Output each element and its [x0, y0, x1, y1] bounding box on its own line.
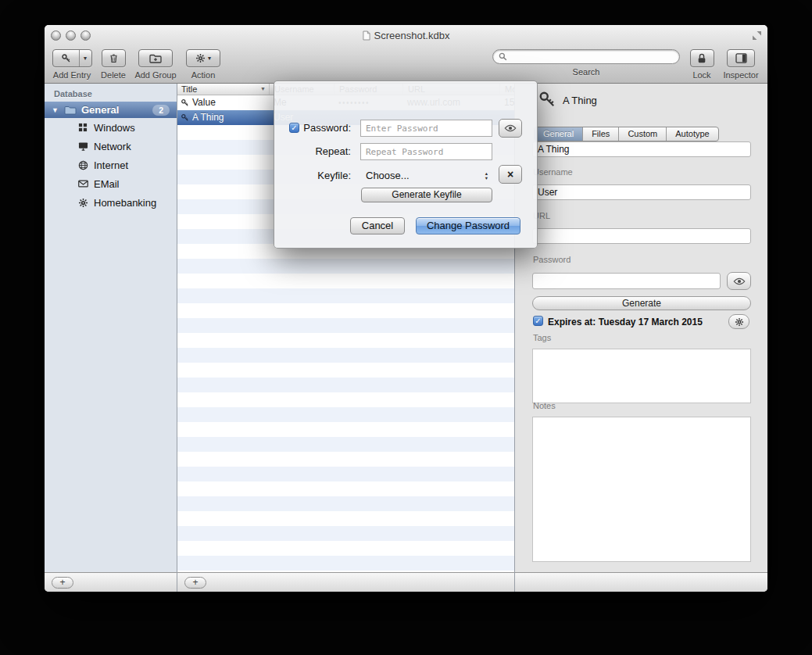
sidebar-divider[interactable] [177, 84, 177, 592]
column-header-title[interactable]: Title ▼ [177, 84, 270, 95]
sidebar-item-homebanking-label: Homebanking [94, 197, 156, 209]
inspector-toggle-button[interactable] [727, 49, 755, 67]
lock-button[interactable] [690, 49, 714, 67]
password-field[interactable] [532, 273, 721, 289]
cell-title: A Thing [177, 110, 270, 125]
username-field[interactable] [532, 184, 751, 200]
sidebar-item-email[interactable]: EMail [45, 174, 177, 193]
generate-keyfile-button[interactable]: Generate Keyfile [361, 188, 492, 202]
tab-custom[interactable]: Custom [619, 127, 667, 141]
eye-icon [733, 277, 746, 285]
disclosure-triangle-icon[interactable]: ▼ [52, 106, 59, 114]
add-entry-label: Add Entry [52, 70, 92, 80]
key-plus-icon [53, 50, 80, 66]
search-icon [499, 52, 507, 61]
dialog-password-input[interactable] [360, 120, 492, 137]
toolbar-item-inspector: Inspector [721, 49, 760, 80]
tags-label: Tags [533, 333, 551, 342]
sidebar-item-network[interactable]: Network [45, 137, 177, 156]
sidebar-section-header: Database [45, 84, 177, 102]
generate-password-button[interactable]: Generate [532, 296, 751, 310]
gear-icon [735, 317, 744, 327]
url-field[interactable] [532, 228, 751, 244]
dialog-password-label: Password: [298, 122, 351, 134]
folder-plus-icon [149, 54, 162, 63]
eye-icon [504, 124, 517, 132]
notes-label: Notes [533, 401, 556, 410]
network-icon [77, 141, 89, 151]
entry-count-badge: 2 [152, 105, 170, 116]
toolbar-item-delete: Delete [100, 49, 127, 80]
window-title-group: Screenshot.kdbx [45, 25, 767, 45]
column-header-title-label: Title [181, 84, 197, 94]
toolbar-item-add-group: Add Group [134, 49, 177, 80]
action-button[interactable]: ▾ [186, 49, 220, 67]
trash-icon [109, 53, 119, 63]
tags-input[interactable] [532, 349, 751, 403]
delete-label: Delete [100, 70, 127, 80]
delete-button[interactable] [102, 49, 126, 67]
title-bar: Screenshot.kdbx [45, 25, 767, 45]
add-group-button[interactable] [138, 49, 173, 67]
action-dropdown-icon: ▾ [208, 55, 211, 62]
inspector-label: Inspector [721, 70, 760, 80]
window-chrome: Screenshot.kdbx ▾ Add Entry Delete [45, 25, 767, 84]
password-field-label: Password [533, 255, 571, 264]
change-password-dialog: ✓ Password: Repeat: Keyfile: Choose... ▴… [274, 81, 538, 249]
change-password-button[interactable]: Change Password [416, 217, 520, 234]
fullscreen-icon[interactable] [752, 30, 762, 41]
search-label: Search [492, 67, 680, 77]
expires-checkbox[interactable]: ✓ [533, 316, 543, 326]
add-group-plus-button[interactable]: + [52, 577, 73, 589]
sidebar-item-windows-label: Windows [94, 122, 135, 134]
dialog-repeat-input[interactable] [360, 143, 492, 160]
expires-settings-button[interactable] [728, 314, 749, 329]
key-icon [181, 113, 189, 122]
add-entry-button[interactable]: ▾ [52, 49, 92, 67]
sidebar-item-internet-label: Internet [94, 159, 128, 171]
key-icon [181, 98, 189, 107]
sort-indicator-icon: ▼ [260, 84, 266, 95]
sidebar-item-general[interactable]: ▼ General 2 [45, 102, 177, 118]
stepper-down-icon: ▾ [485, 176, 488, 181]
internet-globe-icon [77, 160, 89, 170]
username-field-label: Username [533, 167, 573, 177]
search-input[interactable] [492, 49, 680, 64]
toolbar-item-add-entry: ▾ Add Entry [52, 49, 92, 80]
popup-stepper-icon: ▴ ▾ [485, 171, 488, 181]
cell-title-text: A Thing [192, 110, 224, 125]
action-label: Action [185, 70, 221, 80]
toolbar-item-lock: Lock [688, 49, 716, 80]
reveal-password-button[interactable] [727, 272, 751, 290]
gear-icon [195, 53, 206, 63]
sidebar-item-internet[interactable]: Internet [45, 156, 177, 174]
dialog-reveal-password-button[interactable] [499, 119, 522, 138]
email-envelope-icon [77, 180, 89, 188]
add-entry-plus-button[interactable]: + [184, 577, 206, 589]
sidebar-item-homebanking[interactable]: Homebanking [45, 193, 177, 212]
tab-files[interactable]: Files [583, 127, 619, 141]
inspector-tabs: General Files Custom Autotype [534, 127, 719, 141]
window-title: Screenshot.kdbx [374, 30, 450, 41]
sidebar-item-email-label: EMail [94, 178, 120, 190]
add-group-label: Add Group [134, 70, 177, 80]
sidebar: Database ▼ General 2 Windows [45, 84, 177, 572]
title-field[interactable] [532, 141, 751, 157]
clear-keyfile-button[interactable]: × [499, 165, 522, 184]
keyfile-popup-value: Choose... [366, 170, 410, 181]
add-entry-dropdown-icon[interactable]: ▾ [80, 50, 91, 66]
toolbar-item-search: Search [492, 49, 680, 77]
document-icon [363, 30, 370, 41]
cancel-button[interactable]: Cancel [350, 217, 405, 234]
notes-input[interactable] [532, 417, 751, 562]
sidebar-item-network-label: Network [94, 141, 131, 152]
homebanking-icon [77, 198, 89, 208]
folder-icon [64, 106, 77, 115]
sidebar-item-windows[interactable]: Windows [45, 118, 177, 137]
inspector-panel: A Thing General Files Custom Autotype Us… [514, 84, 767, 572]
cell-title: Value [177, 95, 270, 110]
cell-title-text: Value [192, 95, 216, 110]
tab-autotype[interactable]: Autotype [667, 127, 717, 141]
tab-general[interactable]: General [535, 127, 583, 141]
keyfile-popup-button[interactable]: Choose... ▴ ▾ [360, 166, 492, 184]
